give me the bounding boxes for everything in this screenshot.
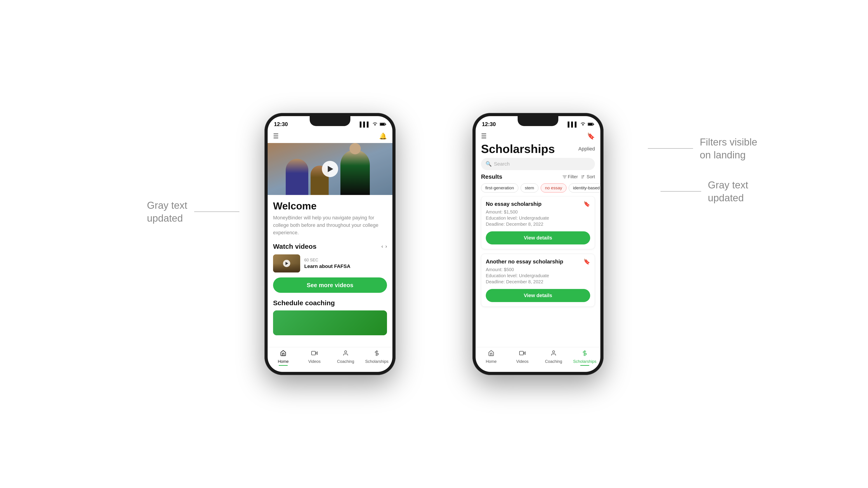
phone2-nav-item-home[interactable]: Home <box>475 350 507 364</box>
coaching-section: Schedule coaching <box>273 299 387 335</box>
bell-icon[interactable]: 🔔 <box>379 132 387 140</box>
nav-label-scholarships: Scholarships <box>365 359 388 364</box>
phone2-nav-label-scholarships: Scholarships <box>573 359 596 364</box>
phone2-scholarships-icon <box>582 350 588 358</box>
nav-item-videos[interactable]: Videos <box>299 350 330 364</box>
phone2-inner: 12:30 ▌▌▌ ☰ <box>475 116 600 372</box>
tag-stem[interactable]: stem <box>521 184 538 193</box>
phone2-status-icons: ▌▌▌ <box>567 122 594 127</box>
video-small-play[interactable] <box>283 260 290 267</box>
see-more-videos-button[interactable]: See more videos <box>273 278 387 293</box>
filter-sort-controls: Filter Sort <box>563 174 595 180</box>
phone2-home-icon <box>488 350 494 358</box>
card2-education: Education level: Undergraduate <box>486 273 590 278</box>
annotation-line-left-1 <box>194 212 239 212</box>
card1-education: Education level: Undergraduate <box>486 216 590 221</box>
nav-item-coaching[interactable]: Coaching <box>330 350 361 364</box>
nav-label-coaching: Coaching <box>337 359 354 364</box>
hero-image <box>268 143 393 195</box>
video-info: 60 SEC Learn about FAFSA <box>304 258 387 269</box>
nav-label-home: Home <box>278 359 289 364</box>
scene: Gray text updated Scholarships added to … <box>0 0 868 488</box>
search-placeholder: Search <box>494 161 510 167</box>
welcome-title: Welcome <box>273 200 387 212</box>
nav-label-videos: Videos <box>308 359 321 364</box>
annotation-filters-visible: Filters visible on landing <box>648 135 757 161</box>
phone2-videos-icon <box>519 350 526 358</box>
sort-button[interactable]: Sort <box>581 174 595 180</box>
video-thumb-overlay <box>273 254 300 272</box>
card2-header: Another no essay scholarship 🔖 <box>486 258 590 265</box>
phone2-notch <box>518 116 558 126</box>
svg-marker-16 <box>524 352 525 355</box>
phone2-bookmark-icon[interactable]: 🔖 <box>587 132 595 140</box>
scholarship-card-2: Another no essay scholarship 🔖 Amount: $… <box>481 254 595 307</box>
search-bar[interactable]: 🔍 Search <box>481 158 595 170</box>
applied-button[interactable]: Applied <box>579 146 595 152</box>
svg-marker-3 <box>315 352 317 355</box>
arrow-left[interactable]: ‹ <box>381 243 383 250</box>
phone1-wifi-icon <box>373 122 377 127</box>
coaching-image <box>273 311 387 335</box>
scholarships-title-row: Scholarships Applied <box>475 142 600 158</box>
card2-bookmark[interactable]: 🔖 <box>583 258 590 265</box>
annotation-line-right-2 <box>648 148 693 149</box>
phone1-app-header: ☰ 🔔 <box>268 129 393 143</box>
svg-rect-1 <box>380 123 385 125</box>
videos-nav-arrows: ‹ › <box>381 243 387 250</box>
scholarships-icon <box>374 350 380 358</box>
card1-amount: Amount: $1,500 <box>486 209 590 215</box>
nav-item-home[interactable]: Home <box>268 350 299 364</box>
scholarship-card-1: No essay scholarship 🔖 Amount: $1,500 Ed… <box>481 196 595 249</box>
play-triangle <box>328 166 333 172</box>
phone1-battery-icon <box>380 122 386 127</box>
welcome-text: MoneyBinder will help you navigate payin… <box>273 214 387 236</box>
phone1-status-icons: ▌▌▌ <box>360 122 386 127</box>
phone2-nav-item-scholarships[interactable]: Scholarships <box>569 350 600 364</box>
arrow-right[interactable]: › <box>385 243 387 250</box>
card1-view-details-button[interactable]: View details <box>486 231 590 245</box>
coaching-icon <box>342 350 349 358</box>
phone2-wifi-icon <box>581 122 585 127</box>
nav-item-scholarships[interactable]: Scholarships <box>361 350 393 364</box>
card2-view-details-button[interactable]: View details <box>486 289 590 302</box>
card1-bookmark[interactable]: 🔖 <box>583 201 590 207</box>
card1-deadline: Deadline: December 8, 2022 <box>486 222 590 227</box>
annotation-gray-text-right: Gray text updated <box>660 178 748 204</box>
home-icon <box>280 350 286 358</box>
card2-title: Another no essay scholarship <box>486 258 583 265</box>
video-title: Learn about FAFSA <box>304 263 387 269</box>
phone1: 12:30 ▌▌▌ ☰ <box>265 113 396 375</box>
tag-identity-based[interactable]: identity-based <box>569 184 600 193</box>
tag-no-essay[interactable]: no essay <box>541 184 566 193</box>
phone1-bottom-nav: Home Videos Coaching <box>268 347 393 372</box>
phone2-signal-icon: ▌▌▌ <box>567 122 578 127</box>
filter-tags-row: first-generation stem no essay identity-… <box>475 184 600 196</box>
results-label: Results <box>481 173 502 180</box>
video-thumbnail <box>273 254 300 272</box>
videos-section-title: Watch videos <box>273 242 316 250</box>
search-icon: 🔍 <box>486 161 492 167</box>
hamburger-icon[interactable]: ☰ <box>273 132 279 140</box>
phone2-wrapper: Gray text updated Filters visible on lan… <box>472 113 603 375</box>
phone2-nav-item-videos[interactable]: Videos <box>507 350 538 364</box>
phone2-time: 12:30 <box>482 121 496 127</box>
phone1-inner: 12:30 ▌▌▌ ☰ <box>268 116 393 372</box>
video-card: 60 SEC Learn about FAFSA <box>273 254 387 272</box>
svg-rect-2 <box>385 124 386 125</box>
annotation-line-right-1 <box>660 191 701 192</box>
phone1-time: 12:30 <box>274 121 288 127</box>
phone2-nav-label-coaching: Coaching <box>545 359 562 364</box>
tag-first-generation[interactable]: first-generation <box>481 184 518 193</box>
hero-play-button[interactable] <box>322 161 338 177</box>
sort-label: Sort <box>587 174 595 180</box>
svg-point-5 <box>344 351 346 353</box>
filter-label: Filter <box>568 174 578 180</box>
phone2-nav-item-coaching[interactable]: Coaching <box>538 350 569 364</box>
scholarships-list: No essay scholarship 🔖 Amount: $1,500 Ed… <box>475 196 600 347</box>
filter-button[interactable]: Filter <box>563 174 578 180</box>
phone2-hamburger-icon[interactable]: ☰ <box>481 132 487 140</box>
phone2-bottom-nav: Home Videos Coaching <box>475 347 600 372</box>
svg-rect-4 <box>311 351 315 355</box>
hero-overlay <box>268 143 393 195</box>
